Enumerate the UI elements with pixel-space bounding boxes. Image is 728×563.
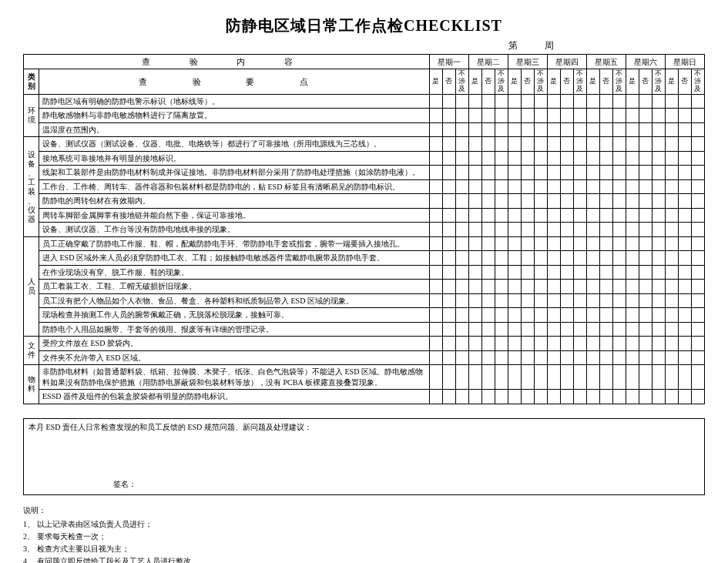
check-cell[interactable] xyxy=(599,293,612,308)
check-cell[interactable] xyxy=(586,293,599,308)
check-cell[interactable] xyxy=(626,280,639,294)
check-cell[interactable] xyxy=(652,365,665,390)
check-cell[interactable] xyxy=(495,350,508,365)
check-cell[interactable] xyxy=(665,166,678,180)
check-cell[interactable] xyxy=(495,236,508,251)
check-cell[interactable] xyxy=(599,236,612,251)
check-cell[interactable] xyxy=(586,350,599,365)
check-cell[interactable] xyxy=(521,194,534,209)
check-cell[interactable] xyxy=(429,265,442,280)
check-cell[interactable] xyxy=(508,223,521,237)
check-cell[interactable] xyxy=(652,179,665,194)
check-cell[interactable] xyxy=(586,265,599,280)
check-cell[interactable] xyxy=(639,365,652,390)
check-cell[interactable] xyxy=(652,223,665,237)
check-cell[interactable] xyxy=(691,109,704,123)
check-cell[interactable] xyxy=(547,293,560,308)
check-cell[interactable] xyxy=(547,236,560,251)
check-cell[interactable] xyxy=(508,166,521,180)
check-cell[interactable] xyxy=(521,365,534,390)
check-cell[interactable] xyxy=(560,337,573,351)
check-cell[interactable] xyxy=(429,251,442,266)
check-cell[interactable] xyxy=(586,166,599,180)
check-cell[interactable] xyxy=(455,109,468,123)
check-cell[interactable] xyxy=(468,280,481,294)
check-cell[interactable] xyxy=(468,390,481,404)
check-cell[interactable] xyxy=(652,151,665,166)
check-cell[interactable] xyxy=(665,194,678,209)
check-cell[interactable] xyxy=(468,151,481,166)
check-cell[interactable] xyxy=(429,137,442,152)
check-cell[interactable] xyxy=(442,350,455,365)
check-cell[interactable] xyxy=(468,122,481,137)
check-cell[interactable] xyxy=(547,166,560,180)
check-cell[interactable] xyxy=(481,137,495,152)
check-cell[interactable] xyxy=(639,166,652,180)
check-cell[interactable] xyxy=(495,390,508,404)
check-cell[interactable] xyxy=(599,137,612,152)
check-cell[interactable] xyxy=(678,322,691,337)
check-cell[interactable] xyxy=(495,293,508,308)
check-cell[interactable] xyxy=(455,194,468,209)
check-cell[interactable] xyxy=(639,94,652,109)
check-cell[interactable] xyxy=(508,322,521,337)
check-cell[interactable] xyxy=(599,390,612,404)
check-cell[interactable] xyxy=(586,151,599,166)
check-cell[interactable] xyxy=(612,166,626,180)
check-cell[interactable] xyxy=(455,122,468,137)
check-cell[interactable] xyxy=(665,251,678,266)
check-cell[interactable] xyxy=(521,179,534,194)
check-cell[interactable] xyxy=(560,94,573,109)
check-cell[interactable] xyxy=(455,390,468,404)
check-cell[interactable] xyxy=(586,308,599,323)
check-cell[interactable] xyxy=(481,166,495,180)
check-cell[interactable] xyxy=(442,322,455,337)
check-cell[interactable] xyxy=(429,236,442,251)
check-cell[interactable] xyxy=(586,137,599,152)
check-cell[interactable] xyxy=(599,280,612,294)
check-cell[interactable] xyxy=(599,151,612,166)
check-cell[interactable] xyxy=(652,337,665,351)
check-cell[interactable] xyxy=(599,365,612,390)
check-cell[interactable] xyxy=(639,337,652,351)
check-cell[interactable] xyxy=(481,151,495,166)
check-cell[interactable] xyxy=(508,265,521,280)
check-cell[interactable] xyxy=(521,280,534,294)
check-cell[interactable] xyxy=(534,137,547,152)
check-cell[interactable] xyxy=(481,194,495,209)
check-cell[interactable] xyxy=(652,390,665,404)
check-cell[interactable] xyxy=(455,208,468,223)
check-cell[interactable] xyxy=(429,151,442,166)
check-cell[interactable] xyxy=(442,137,455,152)
check-cell[interactable] xyxy=(521,109,534,123)
check-cell[interactable] xyxy=(652,293,665,308)
check-cell[interactable] xyxy=(678,251,691,266)
check-cell[interactable] xyxy=(534,265,547,280)
check-cell[interactable] xyxy=(652,122,665,137)
check-cell[interactable] xyxy=(481,322,495,337)
check-cell[interactable] xyxy=(560,390,573,404)
check-cell[interactable] xyxy=(586,390,599,404)
check-cell[interactable] xyxy=(599,94,612,109)
check-cell[interactable] xyxy=(495,208,508,223)
check-cell[interactable] xyxy=(626,109,639,123)
check-cell[interactable] xyxy=(468,350,481,365)
check-cell[interactable] xyxy=(652,94,665,109)
check-cell[interactable] xyxy=(560,179,573,194)
check-cell[interactable] xyxy=(534,365,547,390)
check-cell[interactable] xyxy=(665,293,678,308)
check-cell[interactable] xyxy=(495,151,508,166)
check-cell[interactable] xyxy=(481,236,495,251)
check-cell[interactable] xyxy=(508,208,521,223)
check-cell[interactable] xyxy=(508,236,521,251)
check-cell[interactable] xyxy=(586,236,599,251)
check-cell[interactable] xyxy=(442,265,455,280)
check-cell[interactable] xyxy=(665,94,678,109)
check-cell[interactable] xyxy=(508,365,521,390)
check-cell[interactable] xyxy=(573,337,586,351)
check-cell[interactable] xyxy=(495,308,508,323)
check-cell[interactable] xyxy=(534,94,547,109)
check-cell[interactable] xyxy=(508,293,521,308)
check-cell[interactable] xyxy=(455,337,468,351)
check-cell[interactable] xyxy=(442,151,455,166)
